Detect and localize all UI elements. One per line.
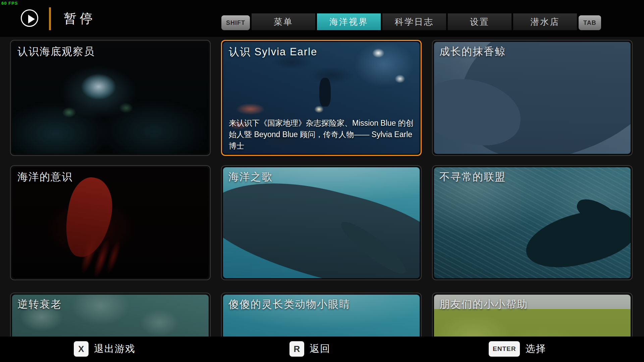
video-title: 认识海底观察员: [17, 45, 203, 59]
tab-bar: SHIFT 菜单 海洋视界 科学日志 设置 潜水店 TAB: [221, 13, 601, 30]
video-card[interactable]: 不寻常的联盟: [432, 165, 633, 280]
video-thumbnail: [434, 42, 631, 154]
video-title: 认识 Sylvia Earle: [229, 45, 414, 59]
video-title: 逆转衰老: [17, 297, 203, 311]
tab-ocean-vision[interactable]: 海洋视界: [317, 13, 381, 30]
video-card[interactable]: 认识海底观察员: [10, 40, 211, 156]
top-bar: 60 FPS 暂停 SHIFT 菜单 海洋视界 科学日志 设置 潜水店 TAB: [0, 0, 644, 37]
video-title: 朋友们的小小帮助: [439, 297, 625, 311]
video-title: 成长的抹香鲸: [439, 45, 625, 59]
video-card[interactable]: 成长的抹香鲸: [432, 40, 633, 156]
tab-science-log[interactable]: 科学日志: [382, 13, 446, 30]
pause-screen: 60 FPS 暂停 SHIFT 菜单 海洋视界 科学日志 设置 潜水店 TAB …: [0, 0, 644, 362]
video-thumbnail: [12, 42, 209, 154]
play-triangle-icon: [28, 15, 35, 23]
action-label: 返回: [310, 342, 330, 356]
action-label: 选择: [525, 342, 546, 356]
video-card[interactable]: 海洋之歌: [221, 165, 422, 280]
key-r: R: [289, 341, 304, 357]
video-card[interactable]: 海洋的意识: [10, 165, 211, 280]
back-action: R 返回: [289, 341, 330, 357]
tab-key-hint: TAB: [579, 15, 601, 30]
title-divider: [49, 7, 51, 30]
play-icon: [21, 9, 38, 27]
fps-counter: 60 FPS: [1, 1, 18, 6]
shift-key-hint: SHIFT: [221, 15, 250, 30]
video-title: 傻傻的灵长类动物小眼睛: [228, 297, 414, 311]
select-action: ENTER 选择: [489, 341, 546, 357]
page-title: 暂停: [64, 10, 96, 27]
tab-settings[interactable]: 设置: [448, 13, 512, 30]
key-x: X: [74, 341, 89, 357]
action-label: 退出游戏: [94, 342, 136, 356]
tab-dive-shop[interactable]: 潜水店: [513, 13, 577, 30]
video-description: 来认识下《国家地理》杂志探险家、Mission Blue 的创始人暨 Beyon…: [229, 117, 415, 152]
footer-bar: X 退出游戏 R 返回 ENTER 选择: [0, 337, 644, 362]
video-title: 不寻常的联盟: [439, 170, 625, 184]
video-grid: 认识海底观察员 认识 Sylvia Earle 来认识下《国家地理》杂志探险家、…: [10, 40, 634, 362]
exit-game-action: X 退出游戏: [74, 341, 136, 357]
video-title: 海洋的意识: [17, 170, 203, 184]
tab-menu[interactable]: 菜单: [252, 13, 315, 30]
video-card-selected[interactable]: 认识 Sylvia Earle 来认识下《国家地理》杂志探险家、Mission …: [221, 40, 422, 156]
key-enter: ENTER: [489, 341, 520, 357]
video-title: 海洋之歌: [228, 170, 414, 184]
